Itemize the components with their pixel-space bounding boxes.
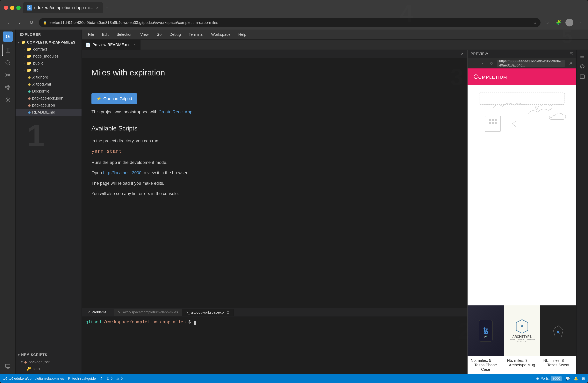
readme-lint-para: You will also see any lint errors in the… [91, 190, 458, 197]
npm-scripts-header[interactable]: ▾ NPM SCRIPTS [16, 351, 82, 359]
vscode-logo: G [3, 32, 13, 41]
readme-tab[interactable]: 📄 Preview README.md × [82, 40, 141, 50]
svg-point-11 [7, 99, 8, 101]
user-avatar[interactable] [566, 19, 573, 26]
product-miles-mug: Nb. miles: 3 [507, 358, 537, 363]
folder-node-modules[interactable]: › 📁 node_modules [16, 53, 82, 60]
search-icon[interactable] [2, 57, 14, 68]
terminal-panel: ⚠ Problems >_ /workspace/completium-dapp… [82, 308, 467, 374]
preview-expand-icon[interactable]: ⇱ [570, 52, 573, 57]
terminal-tab-path1[interactable]: >_ /workspace/completium-dapp-miles [114, 309, 182, 316]
gitpod-btn-label: Open in Gitpod [103, 95, 132, 102]
completium-main: ꜩ 🎮 Nb. miles: 5 Tezos Phone Case [468, 85, 576, 374]
root-folder[interactable]: ▾ 📁 COMPLETIUM-DAPP-MILES [16, 39, 82, 46]
preview-panel: PREVIEW ⇱ ‹ › ↺ https://3000-ee4ee11d-94… [467, 50, 576, 374]
extensions-icon[interactable] [2, 82, 14, 93]
shield-icon[interactable]: 🛡 [544, 19, 551, 26]
menu-icon[interactable]: ⋮ [576, 19, 584, 26]
editor-area: File Edit Selection View Go Debug Termin… [82, 30, 588, 374]
product-card-phone[interactable]: ꜩ 🎮 Nb. miles: 5 Tezos Phone Case [468, 305, 504, 374]
status-layout[interactable]: ⊞ [582, 376, 585, 381]
tab-favicon: G [27, 5, 32, 11]
localhost-link[interactable]: http://localhost:3000 [103, 170, 142, 175]
explorer-icon[interactable] [2, 44, 14, 56]
menu-edit[interactable]: Edit [99, 31, 112, 38]
menu-help[interactable]: Help [235, 31, 250, 38]
source-control-icon[interactable] [2, 69, 14, 81]
file-gitpod-yml[interactable]: ◆ .gitpod.yml [16, 81, 82, 88]
active-tab[interactable]: G edukera/completium-dapp-mi... × [23, 2, 103, 13]
vscode-container: G [0, 30, 588, 374]
archetype-logo-svg: A [514, 319, 530, 334]
create-react-app-link[interactable]: Create React App [159, 109, 192, 114]
preview-actions: ⇱ [570, 52, 573, 57]
side-github-icon[interactable] [578, 62, 587, 71]
preview-open-external-icon[interactable]: ↗ [567, 60, 574, 67]
status-sync[interactable]: ↺ [100, 376, 103, 381]
status-bell[interactable]: 🔔 [574, 376, 578, 381]
status-bar: ⎇ ⎇ edukera/completium-dapp-miles P tech… [0, 374, 588, 383]
folder-src[interactable]: › 📁 src [16, 67, 82, 74]
open-source-icon[interactable]: ↗ [460, 52, 463, 56]
tezos-hoodie-svg: ꜩ [552, 324, 564, 337]
new-tab-button[interactable]: + [103, 4, 111, 12]
terminal-path-tabs: >_ /workspace/completium-dapp-miles >_ g… [114, 309, 234, 316]
product-card-sweat[interactable]: ꜩ Nb. miles: 8 Tezos Sweat [540, 305, 576, 374]
maximize-button[interactable] [16, 6, 21, 10]
gitpod-open-button[interactable]: ⚡ Open in Gitpod [91, 93, 137, 104]
menu-file[interactable]: File [85, 31, 97, 38]
menu-go[interactable]: Go [153, 31, 165, 38]
file-package-lock[interactable]: ◆ package-lock.json [16, 95, 82, 102]
bookmark-icon[interactable]: ☆ [533, 20, 537, 25]
preview-url-bar[interactable]: https://3000-ee4ee11d-94fb-430c-9bda-40a… [497, 60, 565, 67]
status-remote[interactable]: ⎇ ⎇ edukera/completium-dapp-miles [3, 376, 64, 381]
product-card-mug[interactable]: A ARCHETYPE TRUST CONTRACTS UNDER CONTRO… [504, 305, 540, 374]
status-errors[interactable]: ⊗ 0 [106, 376, 112, 381]
tab-close-icon[interactable]: × [132, 43, 136, 47]
minimize-button[interactable] [10, 6, 14, 10]
file-readme[interactable]: ◆ README.md [16, 109, 82, 116]
status-ports[interactable]: ◉ Ports: 3000 [536, 376, 562, 381]
folder-public[interactable]: › 📁 public [16, 60, 82, 67]
terminal-tab-problems[interactable]: ⚠ Problems [84, 308, 110, 316]
svg-text:🎮: 🎮 [484, 335, 487, 338]
reload-button[interactable]: ↺ [27, 18, 36, 27]
npm-scripts-section: ▾ NPM SCRIPTS ▾ ◆ package.json 🔑 start [16, 349, 82, 374]
close-button[interactable] [4, 6, 8, 10]
preview-back-button[interactable]: ‹ [470, 60, 477, 67]
status-warnings[interactable]: ⚠ 0 [116, 376, 123, 381]
menu-workspace[interactable]: Workspace [208, 31, 234, 38]
file-package-json[interactable]: ◆ package.json [16, 102, 82, 109]
tab-close-button[interactable]: × [95, 6, 99, 10]
menu-view[interactable]: View [137, 31, 152, 38]
port-number: 3000 [551, 376, 562, 381]
address-bar[interactable]: 🔒 ee4ee11d-94fb-430c-9bda-40ae313a8b4c.w… [39, 18, 541, 27]
debug-icon[interactable] [2, 94, 14, 106]
preview-header: PREVIEW ⇱ [468, 50, 576, 58]
back-button[interactable]: ‹ [4, 18, 12, 27]
address-icons: ☆ [533, 20, 537, 25]
product-miles-sweat: Nb. miles: 8 [543, 358, 573, 363]
side-files-icon[interactable] [578, 52, 587, 61]
terminal-tab-path2[interactable]: >_ gitpod /workspace/co ⊡ [182, 309, 234, 316]
menu-terminal[interactable]: Terminal [186, 31, 207, 38]
menu-selection[interactable]: Selection [113, 31, 136, 38]
npm-package-json[interactable]: ▾ ◆ package.json [16, 359, 82, 365]
side-terminal-icon[interactable] [578, 72, 587, 81]
menu-debug[interactable]: Debug [166, 31, 184, 38]
extension-icon[interactable]: 🧩 [555, 19, 562, 26]
status-branch[interactable]: P technical-guide [68, 377, 96, 381]
file-dockerfile[interactable]: ◆ Dockerfile [16, 88, 82, 95]
terminal-content[interactable]: gitpod /workspace/completium-dapp-miles … [82, 317, 467, 374]
forward-button[interactable]: › [16, 18, 24, 27]
file-gitignore[interactable]: ◆ .gitignore [16, 74, 82, 81]
npm-script-start[interactable]: 🔑 start [16, 365, 82, 372]
preview-forward-button[interactable]: › [479, 60, 486, 67]
warning-count: 0 [121, 377, 123, 381]
folder-contract[interactable]: › 📁 contract [16, 46, 82, 53]
status-chat[interactable]: 💬 [566, 376, 570, 381]
readme-panel: ↗ 3 Miles with expiration ⚡ Open in Gitp… [82, 50, 467, 374]
preview-reload-button[interactable]: ↺ [488, 60, 495, 67]
remote-icon[interactable] [2, 361, 14, 372]
terminal-split-icon[interactable]: ⊡ [227, 310, 230, 314]
